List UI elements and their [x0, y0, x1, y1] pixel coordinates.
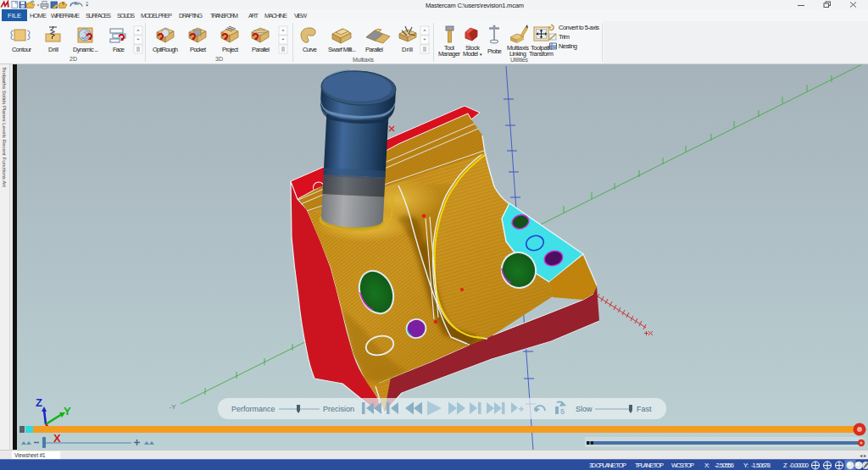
svg-text:Z: Z: [783, 462, 787, 469]
svg-text:Swarf Milli...: Swarf Milli...: [328, 46, 356, 53]
svg-text:SURFACES: SURFACES: [86, 12, 111, 19]
svg-text:Drill: Drill: [48, 46, 58, 53]
svg-text:Manager: Manager: [438, 50, 461, 58]
svg-text:Trim: Trim: [559, 33, 570, 41]
svg-text:Fast: Fast: [637, 405, 652, 413]
svg-text:Mastercam C:\users\revision1.m: Mastercam C:\users\revision1.mcam: [426, 2, 524, 9]
svg-text:Y:: Y:: [743, 462, 748, 469]
svg-text:-Y: -Y: [170, 403, 176, 411]
svg-text:OptiRough: OptiRough: [153, 46, 178, 53]
svg-text:Utilities: Utilities: [510, 57, 529, 63]
svg-text:SOLIDS: SOLIDS: [117, 12, 135, 19]
svg-text:·: ·: [631, 462, 632, 467]
svg-text:DRAFTING: DRAFTING: [179, 12, 203, 19]
svg-text:Linking: Linking: [509, 50, 526, 58]
svg-text:Face: Face: [113, 46, 125, 53]
svg-text:3D CPLANE: TOP: 3D CPLANE: TOP: [589, 462, 626, 469]
svg-text:·: ·: [668, 462, 670, 467]
svg-text:Project: Project: [222, 46, 239, 53]
svg-text:2D: 2D: [70, 56, 77, 62]
svg-text:WIREFRAME: WIREFRAME: [51, 12, 80, 19]
svg-text:Z: Z: [36, 396, 42, 409]
svg-text:TRANSFORM: TRANSFORM: [210, 12, 238, 19]
svg-text:FILE: FILE: [8, 12, 21, 19]
svg-text:Curve: Curve: [303, 46, 317, 53]
svg-text:WCS: TOP: WCS: TOP: [671, 462, 694, 469]
svg-text:Drill: Drill: [402, 46, 413, 53]
svg-text:Y: Y: [64, 405, 71, 417]
svg-text:Slow: Slow: [576, 405, 593, 413]
svg-text:Performance: Performance: [231, 405, 275, 413]
svg-text:VIEW: VIEW: [294, 12, 308, 19]
svg-text:ART: ART: [248, 12, 259, 19]
svg-text:3D: 3D: [215, 56, 223, 62]
svg-text:-2.50556: -2.50556: [715, 462, 734, 469]
svg-text:HOME: HOME: [30, 12, 47, 19]
svg-text:Multiaxis: Multiaxis: [353, 57, 375, 63]
svg-text:Precision: Precision: [323, 405, 354, 413]
svg-text:Parallel: Parallel: [365, 46, 383, 53]
svg-text:MODEL PREP: MODEL PREP: [141, 12, 172, 19]
svg-text:-1.50678: -1.50678: [751, 462, 771, 469]
svg-text:Pocket: Pocket: [190, 46, 207, 53]
svg-text:Nesting: Nesting: [559, 42, 577, 50]
svg-text:Convert to 5-axis: Convert to 5-axis: [559, 24, 599, 31]
svg-text:·: ·: [698, 462, 700, 467]
svg-text:Parallel: Parallel: [252, 46, 270, 53]
svg-text:Contour: Contour: [12, 46, 32, 53]
svg-text:Dynamic ...: Dynamic ...: [73, 46, 98, 53]
svg-text:X:: X:: [704, 462, 709, 469]
svg-text:5: 5: [560, 407, 565, 416]
svg-text:TPLANE: TOP: TPLANE: TOP: [635, 462, 664, 469]
svg-text:Transform: Transform: [529, 50, 554, 58]
svg-text:MACHINE: MACHINE: [264, 12, 287, 19]
svg-text:Model: Model: [463, 50, 478, 58]
svg-text:Probe: Probe: [487, 47, 502, 55]
